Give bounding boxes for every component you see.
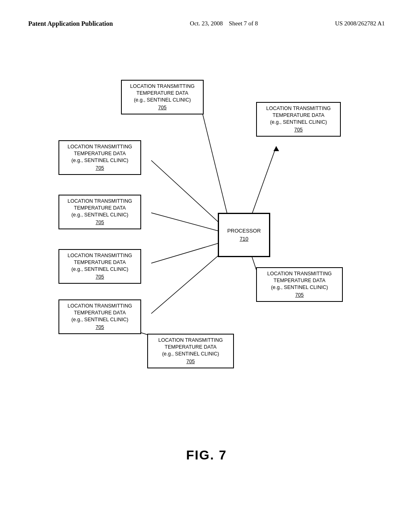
location-box-8: LOCATION TRANSMITTING TEMPERATURE DATA (… <box>147 334 234 368</box>
processor-label: PROCESSOR <box>227 227 261 235</box>
box3-line1: LOCATION TRANSMITTING <box>68 144 132 150</box>
box5-id: 705 <box>63 274 137 281</box>
location-box-6: LOCATION TRANSMITTING TEMPERATURE DATA (… <box>58 299 141 334</box>
box7-id: 705 <box>260 292 339 299</box>
box8-id: 705 <box>151 358 230 365</box>
box1-id: 705 <box>125 104 200 111</box>
box7-line1: LOCATION TRANSMITTING <box>267 271 332 276</box>
location-box-1: LOCATION TRANSMITTING TEMPERATURE DATA (… <box>121 80 204 114</box>
header-sheet: Sheet 7 of 8 <box>229 20 258 27</box>
header-patent-number: US 2008/262782 A1 <box>335 20 385 27</box>
box1-line2: TEMPERATURE DATA <box>136 90 188 96</box>
box2-line3: (e.g., SENTINEL CLINIC) <box>270 119 327 125</box>
box6-line1: LOCATION TRANSMITTING <box>68 303 132 309</box>
box4-line1: LOCATION TRANSMITTING <box>68 198 132 204</box>
svg-line-4 <box>151 160 226 229</box>
box6-line3: (e.g., SENTINEL CLINIC) <box>71 317 128 322</box>
figure-label: FIG. 7 <box>186 448 227 463</box>
location-box-5: LOCATION TRANSMITTING TEMPERATURE DATA (… <box>58 249 141 284</box>
svg-marker-3 <box>273 146 279 151</box>
header-publication-label: Patent Application Publication <box>28 20 113 27</box>
header-date: Oct. 23, 2008 <box>190 20 223 27</box>
box3-line3: (e.g., SENTINEL CLINIC) <box>71 158 128 163</box>
box6-line2: TEMPERATURE DATA <box>74 310 125 316</box>
header: Patent Application Publication Oct. 23, … <box>28 20 385 27</box>
box5-line1: LOCATION TRANSMITTING <box>68 253 132 258</box>
location-box-2: LOCATION TRANSMITTING TEMPERATURE DATA (… <box>256 102 341 137</box>
box3-line2: TEMPERATURE DATA <box>74 151 125 156</box>
box4-line2: TEMPERATURE DATA <box>74 205 125 211</box>
box2-line2: TEMPERATURE DATA <box>273 112 324 118</box>
svg-line-6 <box>151 213 226 233</box>
box7-line2: TEMPERATURE DATA <box>273 278 325 283</box>
box7-line3: (e.g., SENTINEL CLINIC) <box>271 285 328 290</box>
box1-line1: LOCATION TRANSMITTING <box>130 83 195 89</box>
box3-id: 705 <box>63 165 137 172</box>
processor-id: 710 <box>240 235 248 243</box>
box1-line3: (e.g., SENTINEL CLINIC) <box>134 97 191 103</box>
diagram-area: LOCATION TRANSMITTING TEMPERATURE DATA (… <box>28 39 385 475</box>
box6-id: 705 <box>63 324 137 331</box>
box8-line2: TEMPERATURE DATA <box>165 344 216 350</box>
box5-line2: TEMPERATURE DATA <box>74 260 125 265</box>
box8-line3: (e.g., SENTINEL CLINIC) <box>162 351 219 357</box>
header-center: Oct. 23, 2008 Sheet 7 of 8 <box>190 20 258 27</box>
svg-line-10 <box>151 249 226 314</box>
svg-line-0 <box>202 110 230 225</box>
box2-id: 705 <box>260 127 337 133</box>
box4-line3: (e.g., SENTINEL CLINIC) <box>71 212 128 218</box>
location-box-4: LOCATION TRANSMITTING TEMPERATURE DATA (… <box>58 195 141 229</box>
box4-id: 705 <box>63 219 137 226</box>
box2-line1: LOCATION TRANSMITTING <box>266 106 331 111</box>
box5-line3: (e.g., SENTINEL CLINIC) <box>71 266 128 272</box>
processor-box: PROCESSOR 710 <box>218 213 270 257</box>
box8-line1: LOCATION TRANSMITTING <box>159 337 223 343</box>
location-box-7: LOCATION TRANSMITTING TEMPERATURE DATA (… <box>256 267 343 302</box>
svg-line-8 <box>151 241 226 263</box>
location-box-3: LOCATION TRANSMITTING TEMPERATURE DATA (… <box>58 140 141 175</box>
page: Patent Application Publication Oct. 23, … <box>0 0 413 532</box>
